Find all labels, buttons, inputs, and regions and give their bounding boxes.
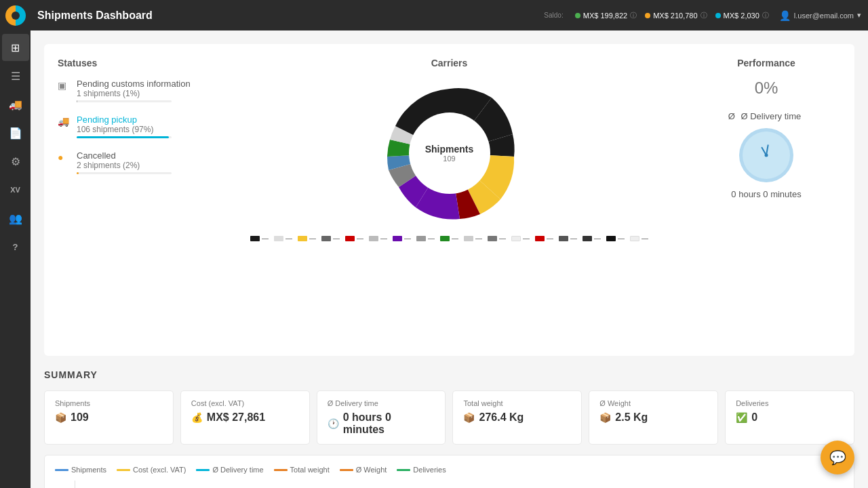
card-number-cost: MX$ 27,861 — [207, 411, 265, 424]
page-title: Shipments Dashboard — [37, 9, 544, 22]
chart-legend-label-shipments: Shipments — [71, 466, 106, 474]
chart-legend-color-totalweight — [274, 469, 288, 471]
sidebar-item-documents[interactable]: 📄 — [2, 119, 29, 146]
legend-item-8: — — [416, 235, 435, 242]
legend-item-10: — — [464, 235, 482, 242]
sidebar-item-users[interactable]: 👥 — [2, 205, 29, 232]
statuses-title: Statuses — [58, 58, 207, 68]
legend-item-14: — — [559, 235, 577, 242]
user-area[interactable]: 👤 l.user@email.com ▾ — [779, 10, 861, 21]
legend-label-4: — — [333, 235, 340, 242]
sidebar-item-xv[interactable]: XV — [2, 176, 29, 203]
card-label-deliveries: Deliveries — [736, 399, 844, 407]
summary-section: SUMMARY Shipments 📦 109 Cost (excl. VAT)… — [44, 369, 854, 445]
summary-cards: Shipments 📦 109 Cost (excl. VAT) 💰 MX$ 2… — [44, 390, 854, 445]
chart-legend-color-cost — [117, 469, 130, 471]
chart-legend-label-cost: Cost (excl. VAT) — [133, 466, 186, 474]
status-details-customs: Pending customs information 1 shipments … — [77, 79, 191, 102]
chart-legend-label-delivery: Ø Delivery time — [212, 466, 263, 474]
card-value-shipments: 📦 109 — [55, 411, 163, 424]
status-title-customs: Pending customs information — [77, 79, 191, 89]
legend-label-1: — — [262, 235, 269, 242]
balance-area: Saldo: MX$ 199,822 ⓘ MX$ 210,780 ⓘ MX$ 2… — [544, 11, 768, 20]
status-icon-cancelled: ● — [58, 152, 71, 165]
legend-label-17: — — [642, 235, 648, 242]
statuses-panel: Statuses ▣ Pending customs information 1… — [58, 58, 207, 342]
chart-legend: Shipments Cost (excl. VAT) Ø Delivery ti… — [55, 466, 844, 474]
donut-chart: Shipments 109 — [375, 79, 524, 228]
chart-legend-delivery: Ø Delivery time — [196, 466, 263, 474]
carriers-title: Carriers — [207, 58, 692, 68]
legend-label-14: — — [570, 235, 577, 242]
balance-info-1[interactable]: ⓘ — [630, 11, 637, 20]
chat-button[interactable]: 💬 — [821, 441, 854, 474]
sidebar-item-dashboard[interactable]: ⊞ — [2, 34, 29, 61]
summary-title: SUMMARY — [44, 369, 854, 380]
card-value-cost: 💰 MX$ 27,861 — [191, 411, 299, 424]
legend-label-5: — — [357, 235, 363, 242]
legend-item-3: — — [298, 235, 316, 242]
legend-item-6: — — [369, 235, 387, 242]
legend-label-2: — — [285, 235, 292, 242]
legend-label-13: — — [547, 235, 553, 242]
sidebar-item-settings[interactable]: ⚙ — [2, 148, 29, 175]
legend-item-12: — — [511, 235, 530, 242]
status-bar-pickup — [77, 136, 172, 138]
svg-point-0 — [409, 113, 490, 194]
main-content: Statuses ▣ Pending customs information 1… — [31, 30, 868, 488]
user-dropdown-icon[interactable]: ▾ — [857, 11, 861, 20]
legend-label-8: — — [428, 235, 435, 242]
topbar: Shipments Dashboard Saldo: MX$ 199,822 ⓘ… — [0, 0, 868, 30]
legend-label-11: — — [499, 235, 506, 242]
chart-legend-deliveries: Deliveries — [397, 466, 446, 474]
status-bar-customs — [77, 100, 172, 102]
card-icon-avg-weight: 📦 — [599, 412, 611, 423]
chart-area: Shipments Cost (excl. VAT) Ø Delivery ti… — [44, 455, 854, 488]
balance-dot-blue — [715, 13, 721, 18]
card-number-shipments: 109 — [71, 411, 89, 424]
summary-card-deliveries: Deliveries ✅ 0 — [725, 390, 854, 445]
chart-legend-totalweight: Total weight — [274, 466, 330, 474]
legend-label-12: — — [523, 235, 530, 242]
sidebar: ⊞ ☰ 🚚 📄 ⚙ XV 👥 ? — [0, 30, 31, 488]
chart-legend-color-shipments — [55, 469, 68, 471]
status-icon-pickup: 🚚 — [58, 116, 71, 129]
balance-item-1: MX$ 199,822 ⓘ — [575, 11, 637, 20]
carriers-panel: Carriers — [207, 58, 692, 342]
status-details-pickup: Pending pickup 106 shipments (97%) — [77, 115, 172, 138]
chart-legend-color-delivery — [196, 469, 210, 471]
legend-item-5: — — [345, 235, 363, 242]
legend-item-13: — — [535, 235, 553, 242]
clock-hands — [753, 142, 780, 169]
sidebar-item-list[interactable]: ☰ — [2, 62, 29, 89]
legend-item-2: — — [274, 235, 292, 242]
status-bar-cancelled — [77, 172, 172, 174]
user-email: l.user@email.com — [794, 12, 854, 20]
chart-legend-cost: Cost (excl. VAT) — [117, 466, 186, 474]
card-value-delivery: 🕐 0 hours 0 minutes — [328, 411, 435, 436]
sidebar-item-help[interactable]: ? — [2, 233, 29, 260]
summary-card-avg-weight: Ø Weight 📦 2.5 Kg — [589, 390, 718, 445]
saldo-label: Saldo: — [544, 12, 563, 19]
clock-face — [743, 131, 790, 179]
summary-card-cost: Cost (excl. VAT) 💰 MX$ 27,861 — [180, 390, 310, 445]
balance-info-2[interactable]: ⓘ — [701, 11, 707, 20]
logo — [0, 0, 31, 30]
card-icon-deliveries: ✅ — [736, 412, 747, 423]
legend-label-3: — — [309, 235, 316, 242]
legend-label-7: — — [404, 235, 411, 242]
card-value-weight: 📦 276.4 Kg — [463, 411, 571, 424]
status-item-customs: ▣ Pending customs information 1 shipment… — [58, 79, 207, 102]
legend-label-6: — — [380, 235, 387, 242]
card-number-avg-weight: 2.5 Kg — [615, 411, 648, 424]
legend-label-10: — — [475, 235, 482, 242]
legend-label-15: — — [594, 235, 601, 242]
card-icon-shipments: 📦 — [55, 412, 66, 423]
performance-panel: Performance 0% Ø Ø Delivery time 0 hours… — [692, 58, 841, 342]
clock-circle — [739, 128, 793, 182]
balance-info-3[interactable]: ⓘ — [762, 11, 769, 20]
card-label-cost: Cost (excl. VAT) — [191, 399, 299, 407]
legend-label-16: — — [618, 235, 625, 242]
sidebar-item-shipments[interactable]: 🚚 — [2, 91, 29, 118]
card-label-weight: Total weight — [463, 399, 571, 407]
